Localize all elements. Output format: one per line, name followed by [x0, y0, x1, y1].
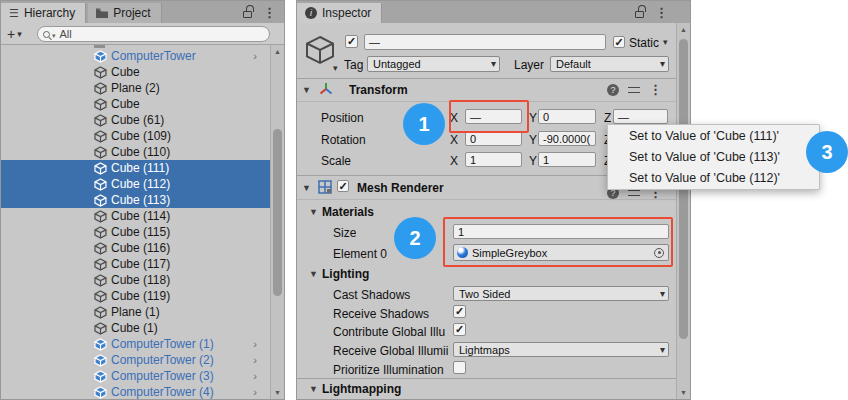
rotation-label: Rotation: [321, 133, 366, 147]
cube-icon: [94, 290, 107, 303]
static-caret-icon[interactable]: ▾: [663, 37, 668, 47]
add-object-button[interactable]: +▾: [7, 26, 22, 42]
axis-y-label: Y: [529, 133, 537, 147]
search-text: All: [60, 28, 72, 40]
kebab-menu-icon[interactable]: ⋮: [655, 6, 668, 19]
chevron-right-icon[interactable]: ›: [253, 370, 257, 382]
list-item-label: Cube (112): [111, 177, 170, 191]
chevron-right-icon[interactable]: ›: [253, 386, 257, 398]
list-item[interactable]: ComputerTower (3)›: [1, 368, 271, 384]
list-item[interactable]: Cube (119): [1, 288, 271, 304]
tag-dropdown[interactable]: Untagged: [367, 56, 500, 72]
transform-foldout-icon[interactable]: ▼: [302, 85, 311, 95]
contribute-global-illu-checkbox[interactable]: ✓: [453, 323, 466, 336]
list-item-label: Cube (1): [111, 321, 158, 335]
cube-icon: [94, 146, 107, 159]
position-y-field[interactable]: 0: [538, 109, 596, 124]
list-item[interactable]: Plane (2): [1, 80, 271, 96]
list-item[interactable]: Cube (1): [1, 320, 271, 336]
tab-inspector[interactable]: i Inspector: [297, 3, 382, 23]
list-item[interactable]: ComputerTower (1)›: [1, 336, 271, 352]
help-icon[interactable]: ?: [607, 84, 619, 96]
scale-x-field[interactable]: 1: [465, 152, 522, 167]
axis-y-label: Y: [529, 154, 537, 168]
list-item[interactable]: Cube (112): [1, 176, 271, 192]
list-item[interactable]: Cube (113): [1, 192, 271, 208]
list-item[interactable]: Cube (115): [1, 224, 271, 240]
receive-shadows-checkbox[interactable]: ✓: [453, 305, 466, 318]
kebab-menu-icon[interactable]: ⋮: [649, 83, 662, 96]
scale-y-field[interactable]: 1: [538, 152, 596, 167]
tab-hierarchy[interactable]: ☰ Hierarchy: [1, 3, 86, 23]
info-icon: i: [305, 7, 317, 19]
gameobject-cube-icon[interactable]: [304, 34, 336, 66]
list-item[interactable]: Cube (116): [1, 240, 271, 256]
list-item[interactable]: Cube (114): [1, 208, 271, 224]
list-item[interactable]: Cube: [1, 96, 271, 112]
mesh-renderer-checkbox[interactable]: ✓: [337, 180, 349, 192]
list-item[interactable]: Cube (111): [1, 160, 271, 176]
static-checkbox[interactable]: ✓: [613, 36, 625, 48]
search-input[interactable]: ▾ All: [37, 26, 270, 42]
list-item[interactable]: ComputerTower (4)›: [1, 384, 271, 399]
list-item[interactable]: Cube (61): [1, 112, 271, 128]
receive-global-illumii-dropdown[interactable]: Lightmaps: [453, 342, 669, 357]
lighting-foldout-icon[interactable]: ▼: [309, 269, 318, 279]
inspector-scrollbar[interactable]: ▲ ▼: [676, 23, 690, 399]
list-item-label: Cube (116): [111, 241, 170, 255]
list-item[interactable]: Cube (110): [1, 144, 271, 160]
lightmapping-foldout-icon[interactable]: ▼: [309, 384, 318, 394]
icon-picker-caret[interactable]: ▾: [333, 63, 338, 73]
hierarchy-panel: ☰ Hierarchy Project ⋮ +▾ ▾ All ComputerT…: [0, 0, 285, 400]
list-item[interactable]: ComputerTower›: [1, 48, 271, 64]
position-z-field[interactable]: —: [613, 109, 668, 124]
scroll-up-icon[interactable]: ▲: [271, 48, 284, 55]
rotation-x-field[interactable]: 0: [465, 131, 522, 146]
cast-shadows-dropdown[interactable]: Two Sided: [453, 286, 669, 301]
annotation-step-1: 1: [403, 103, 445, 145]
hierarchy-scrollbar[interactable]: ▲ ▼: [270, 45, 284, 399]
chevron-right-icon[interactable]: ›: [253, 338, 257, 350]
axis-y-label: Y: [529, 111, 537, 125]
tab-project[interactable]: Project: [88, 3, 161, 23]
annotation-box-position-x: [449, 100, 529, 133]
list-item[interactable]: Cube (109): [1, 128, 271, 144]
list-item[interactable]: Cube (118): [1, 272, 271, 288]
list-item-label: Cube (109): [111, 129, 171, 143]
list-item-label: ComputerTower (3): [111, 369, 214, 383]
context-menu-item[interactable]: Set to Value of 'Cube (111)': [608, 126, 819, 147]
scale-label: Scale: [321, 154, 351, 168]
chevron-right-icon[interactable]: ›: [253, 50, 257, 62]
name-field[interactable]: —: [364, 34, 606, 50]
lock-icon[interactable]: [243, 11, 252, 18]
scroll-down-icon[interactable]: ▼: [677, 389, 690, 396]
lock-icon[interactable]: [635, 11, 644, 18]
cube-icon: [94, 130, 107, 143]
chevron-right-icon[interactable]: ›: [253, 354, 257, 366]
search-icon: [43, 31, 50, 38]
context-menu-item[interactable]: Set to Value of 'Cube (112)': [608, 168, 819, 189]
materials-foldout-icon[interactable]: ▼: [309, 207, 318, 217]
list-item[interactable]: Cube: [1, 64, 271, 80]
list-item-label: Cube (119): [111, 289, 170, 303]
layer-dropdown[interactable]: Default: [550, 56, 669, 72]
active-checkbox[interactable]: ✓: [345, 35, 358, 48]
prioritize-illumination-checkbox[interactable]: [453, 361, 466, 374]
list-item[interactable]: Plane (1): [1, 304, 271, 320]
mesh-renderer-foldout-icon[interactable]: ▼: [302, 183, 311, 193]
context-menu-item[interactable]: Set to Value of 'Cube (113)': [608, 147, 819, 168]
cube-icon: [94, 210, 107, 223]
lighting-row-label: Contribute Global Illu: [333, 325, 452, 339]
rotation-y-field[interactable]: -90.0000(: [538, 131, 596, 146]
list-item[interactable]: Cube (117): [1, 256, 271, 272]
kebab-menu-icon[interactable]: ⋮: [263, 6, 276, 19]
scrollbar-thumb[interactable]: [273, 129, 282, 296]
scroll-down-icon[interactable]: ▼: [271, 389, 284, 396]
presets-icon[interactable]: [628, 85, 640, 95]
scroll-up-icon[interactable]: ▲: [677, 26, 690, 33]
list-item[interactable]: ComputerTower (2)›: [1, 352, 271, 368]
add-object-label: +: [7, 26, 15, 42]
cube-icon: [94, 226, 107, 239]
cube-icon: [94, 114, 107, 127]
list-item-label: Cube (117): [111, 257, 170, 271]
